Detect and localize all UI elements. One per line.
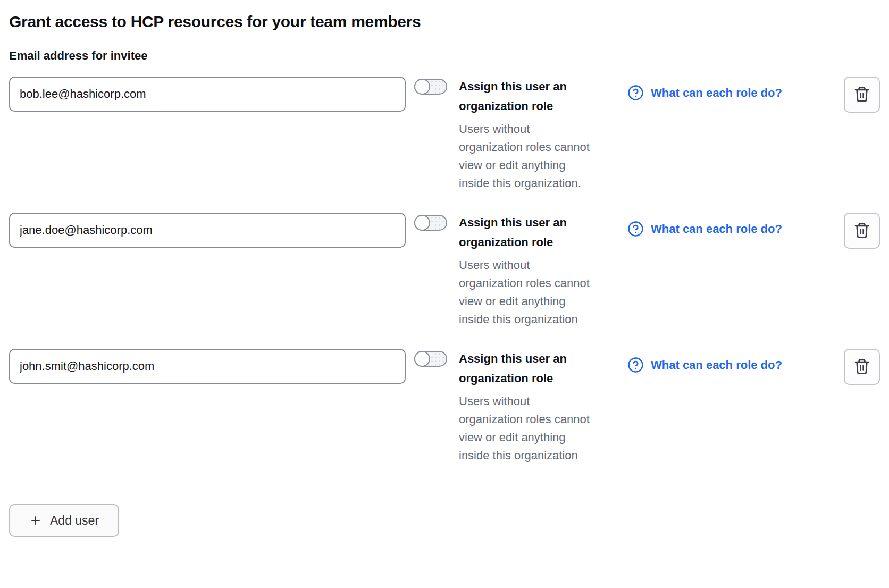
delete-invite-button[interactable] (844, 349, 880, 385)
invite-row: Assign this user an organization role Us… (9, 349, 880, 465)
page-title: Grant access to HCP resources for your t… (9, 13, 880, 31)
invite-row: Assign this user an organization role Us… (9, 77, 880, 192)
add-user-button[interactable]: Add user (9, 504, 119, 537)
question-circle-icon (627, 357, 644, 373)
trash-icon (853, 357, 870, 377)
org-role-text-column: Assign this user an organization role Us… (459, 349, 594, 465)
trash-icon (853, 85, 870, 105)
role-help-link-label: What can each role do? (651, 358, 782, 372)
delete-invite-button[interactable] (844, 213, 880, 249)
question-circle-icon (627, 221, 644, 237)
toggle-knob (414, 351, 430, 367)
role-help-link-label: What can each role do? (651, 86, 782, 100)
question-circle-icon (627, 85, 644, 101)
org-role-toggle-label: Assign this user an organization role (459, 349, 594, 388)
org-role-helper-text: Users without organization roles cannot … (459, 392, 594, 465)
org-role-helper-text: Users without organization roles cannot … (459, 120, 594, 192)
plus-icon (29, 514, 42, 527)
email-input[interactable] (9, 213, 406, 248)
email-input[interactable] (9, 77, 406, 112)
email-field-label: Email address for invitee (9, 49, 880, 63)
invite-row: Assign this user an organization role Us… (9, 213, 880, 329)
email-input[interactable] (9, 349, 406, 384)
delete-invite-button[interactable] (844, 77, 880, 113)
add-user-button-label: Add user (50, 514, 99, 528)
toggle-knob (414, 79, 430, 95)
role-help-link[interactable]: What can each role do? (627, 221, 782, 237)
role-help-link-label: What can each role do? (651, 222, 782, 236)
org-role-toggle[interactable] (414, 79, 447, 95)
toggle-knob (414, 215, 430, 231)
role-help-link[interactable]: What can each role do? (627, 85, 782, 101)
role-help-link[interactable]: What can each role do? (627, 357, 782, 373)
org-role-toggle-label: Assign this user an organization role (459, 77, 594, 116)
org-role-helper-text: Users without organization roles cannot … (459, 256, 594, 329)
org-role-toggle[interactable] (414, 351, 447, 367)
org-role-text-column: Assign this user an organization role Us… (459, 213, 594, 329)
org-role-toggle-label: Assign this user an organization role (459, 213, 594, 252)
org-role-toggle[interactable] (414, 215, 447, 231)
org-role-text-column: Assign this user an organization role Us… (459, 77, 594, 192)
trash-icon (853, 221, 870, 241)
